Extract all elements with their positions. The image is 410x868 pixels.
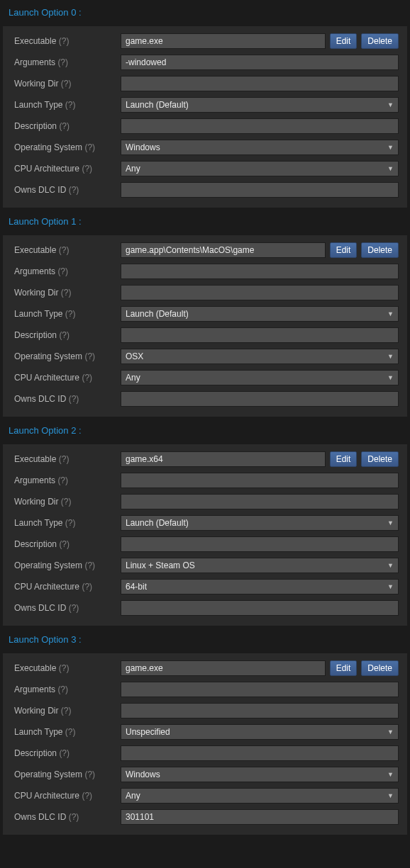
launch-option-section: Launch Option 2 :Executable (?)EditDelet… <box>3 421 407 626</box>
operating-system-select[interactable]: OSX <box>121 349 399 364</box>
cpu-arch-select[interactable]: 64-bit <box>121 579 399 594</box>
description-input[interactable] <box>121 745 399 761</box>
executable-label: Executable (?) <box>14 36 121 46</box>
arguments-input[interactable] <box>121 55 399 70</box>
executable-input[interactable] <box>121 33 326 49</box>
owns-dlc-id-input[interactable] <box>121 600 399 616</box>
delete-button[interactable]: Delete <box>361 451 399 467</box>
help-hint[interactable]: (?) <box>57 475 68 485</box>
description-label: Description (?) <box>14 748 121 758</box>
edit-button[interactable]: Edit <box>330 660 358 676</box>
help-hint[interactable]: (?) <box>65 100 76 110</box>
operating-system-select[interactable]: Linux + Steam OS <box>121 558 399 573</box>
help-hint[interactable]: (?) <box>59 748 70 758</box>
description-input[interactable] <box>121 327 399 343</box>
edit-button[interactable]: Edit <box>330 451 358 467</box>
cpu-arch-select[interactable]: Any <box>121 370 399 385</box>
cpu-arch-label: CPU Architecture (?) <box>14 582 121 592</box>
help-hint[interactable]: (?) <box>69 812 79 822</box>
executable-input[interactable] <box>121 242 326 258</box>
operating-system-label: Operating System (?) <box>14 351 121 361</box>
edit-button[interactable]: Edit <box>330 242 358 258</box>
delete-button[interactable]: Delete <box>361 242 399 258</box>
help-hint[interactable]: (?) <box>59 121 70 131</box>
working-dir-input[interactable] <box>121 494 399 509</box>
arguments-input[interactable] <box>121 682 399 697</box>
help-hint[interactable]: (?) <box>69 603 79 613</box>
cpu-arch-label: CPU Architecture (?) <box>14 373 121 383</box>
launch-option-section: Launch Option 3 :Executable (?)EditDelet… <box>3 630 407 835</box>
help-hint[interactable]: (?) <box>61 288 72 298</box>
executable-input[interactable] <box>121 660 326 676</box>
section-title: Launch Option 1 : <box>3 212 407 235</box>
arguments-label: Arguments (?) <box>14 475 121 485</box>
help-hint[interactable]: (?) <box>61 706 72 716</box>
help-hint[interactable]: (?) <box>59 539 70 549</box>
arguments-label: Arguments (?) <box>14 57 121 67</box>
working-dir-label: Working Dir (?) <box>14 497 121 507</box>
executable-input[interactable] <box>121 451 326 467</box>
cpu-arch-label: CPU Architecture (?) <box>14 164 121 174</box>
working-dir-input[interactable] <box>121 703 399 718</box>
owns-dlc-id-label: Owns DLC ID (?) <box>14 812 121 822</box>
help-hint[interactable]: (?) <box>82 791 92 801</box>
help-hint[interactable]: (?) <box>61 497 72 507</box>
launch-type-select[interactable]: Unspecified <box>121 724 399 740</box>
help-hint[interactable]: (?) <box>61 79 72 89</box>
description-label: Description (?) <box>14 121 121 131</box>
cpu-arch-label: CPU Architecture (?) <box>14 791 121 801</box>
launch-type-select[interactable]: Launch (Default) <box>121 306 399 322</box>
operating-system-label: Operating System (?) <box>14 770 121 779</box>
description-input[interactable] <box>121 118 399 134</box>
help-hint[interactable]: (?) <box>59 663 70 673</box>
help-hint[interactable]: (?) <box>84 770 95 779</box>
arguments-label: Arguments (?) <box>14 266 121 276</box>
section-title: Launch Option 2 : <box>3 421 407 444</box>
help-hint[interactable]: (?) <box>59 36 70 46</box>
owns-dlc-id-input[interactable] <box>121 391 399 407</box>
delete-button[interactable]: Delete <box>361 660 399 676</box>
help-hint[interactable]: (?) <box>59 454 70 464</box>
help-hint[interactable]: (?) <box>69 394 79 404</box>
launch-type-label: Launch Type (?) <box>14 100 121 110</box>
edit-button[interactable]: Edit <box>330 33 358 49</box>
cpu-arch-select[interactable]: Any <box>121 161 399 176</box>
delete-button[interactable]: Delete <box>361 33 399 49</box>
section-title: Launch Option 0 : <box>3 3 407 26</box>
owns-dlc-id-input[interactable] <box>121 182 399 198</box>
working-dir-label: Working Dir (?) <box>14 706 121 716</box>
help-hint[interactable]: (?) <box>57 684 68 694</box>
help-hint[interactable]: (?) <box>82 582 92 592</box>
help-hint[interactable]: (?) <box>84 142 95 152</box>
operating-system-label: Operating System (?) <box>14 142 121 152</box>
working-dir-input[interactable] <box>121 76 399 91</box>
help-hint[interactable]: (?) <box>57 266 68 276</box>
arguments-input[interactable] <box>121 264 399 279</box>
help-hint[interactable]: (?) <box>82 373 92 383</box>
arguments-input[interactable] <box>121 473 399 488</box>
executable-label: Executable (?) <box>14 245 121 255</box>
help-hint[interactable]: (?) <box>59 245 70 255</box>
launch-type-select[interactable]: Launch (Default) <box>121 515 399 531</box>
help-hint[interactable]: (?) <box>84 351 95 361</box>
help-hint[interactable]: (?) <box>59 330 70 340</box>
operating-system-select[interactable]: Windows <box>121 767 399 782</box>
launch-type-select[interactable]: Launch (Default) <box>121 97 399 113</box>
launch-type-label: Launch Type (?) <box>14 518 121 528</box>
help-hint[interactable]: (?) <box>65 518 76 528</box>
help-hint[interactable]: (?) <box>69 185 79 195</box>
operating-system-select[interactable]: Windows <box>121 140 399 155</box>
description-input[interactable] <box>121 536 399 552</box>
owns-dlc-id-label: Owns DLC ID (?) <box>14 185 121 195</box>
help-hint[interactable]: (?) <box>82 164 92 174</box>
launch-option-section: Launch Option 0 :Executable (?)EditDelet… <box>3 3 407 208</box>
owns-dlc-id-input[interactable] <box>121 809 399 825</box>
owns-dlc-id-label: Owns DLC ID (?) <box>14 394 121 404</box>
help-hint[interactable]: (?) <box>65 309 76 319</box>
help-hint[interactable]: (?) <box>57 57 68 67</box>
section-title: Launch Option 3 : <box>3 630 407 653</box>
cpu-arch-select[interactable]: Any <box>121 788 399 804</box>
help-hint[interactable]: (?) <box>84 560 95 570</box>
help-hint[interactable]: (?) <box>65 727 76 737</box>
working-dir-input[interactable] <box>121 285 399 300</box>
